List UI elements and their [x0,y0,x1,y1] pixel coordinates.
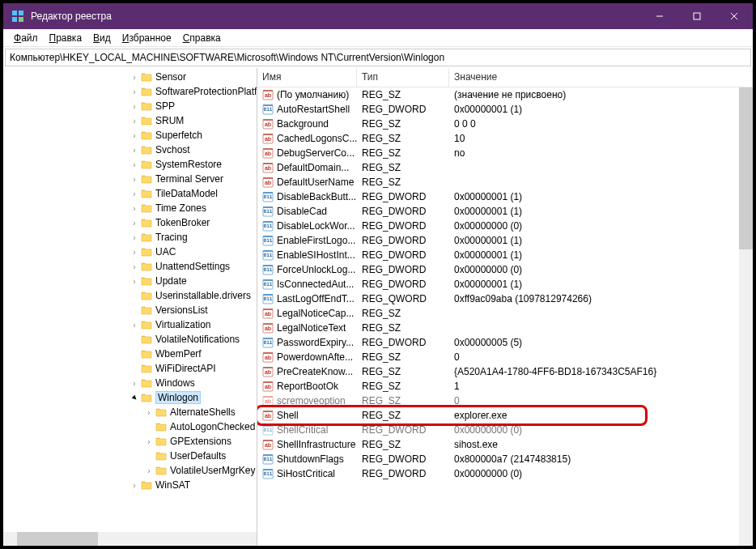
tree-item-volatileusermgrkey[interactable]: ›VolatileUserMgrKey [5,463,255,478]
registry-value-row[interactable]: abCachedLogonsC...REG_SZ10 [257,131,753,146]
expander-icon[interactable]: › [130,203,139,213]
reg-dword-icon: 011 [262,235,274,246]
tree-item-virtualization[interactable]: ›Virtualization [5,317,255,332]
tree-item-sensor[interactable]: ›Sensor [5,70,255,84]
tree-item-wifidirectapi[interactable]: WiFiDirectAPI [5,361,255,376]
tree-item-update[interactable]: ›Update [5,274,255,288]
column-header-name[interactable]: Имя [257,68,357,87]
maximize-button[interactable] [678,3,716,29]
registry-value-row[interactable]: ab(По умолчанию)REG_SZ(значение не присв… [257,87,753,102]
expander-icon[interactable]: › [130,378,139,388]
registry-value-row[interactable]: abDebugServerCo...REG_SZno [257,146,753,160]
scrollbar-thumb[interactable] [739,87,753,249]
registry-value-row[interactable]: 011LastLogOffEndT...REG_QWORD0xff9ac09ab… [257,292,753,306]
registry-value-row[interactable]: 011ForceUnlockLog...REG_DWORD0x00000000 … [257,262,753,277]
addressbar[interactable]: Компьютер\HKEY_LOCAL_MACHINE\SOFTWARE\Mi… [5,49,751,66]
tree-item-winlogon[interactable]: Winlogon [5,390,255,405]
registry-value-row[interactable]: 011EnableFirstLogo...REG_DWORD0x00000001… [257,233,753,248]
expander-icon[interactable]: › [130,145,139,155]
menu-edit[interactable]: Правка [44,31,88,45]
registry-value-row[interactable]: abLegalNoticeCap...REG_SZ [257,306,753,321]
registry-value-row[interactable]: abPreCreateKnow...REG_SZ{A520A1A4-1780-4… [257,364,753,379]
registry-value-row[interactable]: 011ShutdownFlagsREG_DWORD0x800000a7 (214… [257,452,753,466]
menu-favorites[interactable]: Избранное [117,31,177,45]
expander-icon[interactable]: › [130,262,139,271]
tree-item-svchost[interactable]: ›Svchost [5,143,255,157]
tree-item-tokenbroker[interactable]: ›TokenBroker [5,215,255,230]
registry-value-row[interactable]: 011DisableBackButt...REG_DWORD0x00000001… [257,189,753,204]
tree-scrollbar-horizontal[interactable] [3,532,257,546]
tree-item-superfetch[interactable]: ›Superfetch [5,128,255,143]
tree-item-spp[interactable]: ›SPP [5,99,255,113]
tree-item-time-zones[interactable]: ›Time Zones [5,201,255,215]
expander-icon[interactable]: › [130,130,139,140]
tree-item-label: Terminal Server [155,173,223,185]
menu-file[interactable]: Файл [8,31,44,45]
expander-icon[interactable]: › [130,174,139,184]
registry-value-row[interactable]: 011DisableCadREG_DWORD0x00000001 (1) [257,204,753,219]
minimize-button[interactable] [641,3,678,29]
registry-value-row[interactable]: 011EnableSIHostInt...REG_DWORD0x00000001… [257,248,753,262]
tree-item-tiledatamodel[interactable]: ›TileDataModel [5,186,255,201]
column-header-type[interactable]: Тип [357,68,449,87]
close-button[interactable] [716,3,753,29]
expander-icon[interactable]: › [130,87,139,96]
registry-value-row[interactable]: abDefaultDomain...REG_SZ [257,160,753,175]
tree-item-volatilenotifications[interactable]: VolatileNotifications [5,332,255,347]
scrollbar-thumb[interactable] [17,532,98,546]
registry-value-row[interactable]: abLegalNoticeTextREG_SZ [257,321,753,335]
list-scrollbar-vertical[interactable] [739,87,753,546]
expander-icon[interactable]: › [130,247,139,257]
registry-value-row[interactable]: abscremoveoptionREG_SZ0 [257,394,753,408]
tree-item-userinstallable-drivers[interactable]: Userinstallable.drivers [5,288,255,303]
expander-icon[interactable]: › [130,160,139,169]
registry-value-type: REG_SZ [357,133,449,144]
tree-item-winsat[interactable]: ›WinSAT [5,478,255,492]
registry-value-row[interactable]: 011DisableLockWor...REG_DWORD0x00000000 … [257,219,753,233]
tree-item-autologonchecked[interactable]: AutoLogonChecked [5,419,255,434]
expander-icon[interactable]: › [130,72,139,82]
expander-icon[interactable] [130,393,139,402]
column-header-value[interactable]: Значение [449,68,753,87]
tree-item-unattendsettings[interactable]: ›UnattendSettings [5,259,255,274]
expander-icon[interactable]: › [130,276,139,286]
tree-item-wbemperf[interactable]: WbemPerf [5,347,255,361]
registry-value-row[interactable]: abShellREG_SZexplorer.exe [257,408,753,423]
expander-icon[interactable]: › [130,218,139,228]
tree-item-uac[interactable]: ›UAC [5,245,255,259]
registry-value-row[interactable]: abReportBootOkREG_SZ1 [257,379,753,394]
registry-value-row[interactable]: 011PasswordExpiry...REG_DWORD0x00000005 … [257,335,753,350]
tree-panel[interactable]: ›Sensor›SoftwareProtectionPlatfo›SPP›SRU… [3,68,257,546]
registry-value-row[interactable]: abPowerdownAfte...REG_SZ0 [257,350,753,364]
expander-icon[interactable]: › [144,436,154,446]
titlebar[interactable]: Редактор реестра [3,3,753,29]
tree-item-userdefaults[interactable]: UserDefaults [5,449,255,463]
expander-icon[interactable]: › [130,480,139,490]
expander-icon[interactable]: › [130,189,139,198]
expander-icon[interactable]: › [130,101,139,111]
registry-value-row[interactable]: abDefaultUserNameREG_SZ [257,175,753,189]
menu-help[interactable]: Справка [177,31,227,45]
tree-item-gpextensions[interactable]: ›GPExtensions [5,434,255,449]
registry-value-row[interactable]: abBackgroundREG_SZ0 0 0 [257,117,753,131]
tree-item-systemrestore[interactable]: ›SystemRestore [5,157,255,172]
expander-icon[interactable]: › [144,407,154,417]
expander-icon[interactable]: › [130,232,139,242]
tree-item-alternateshells[interactable]: ›AlternateShells [5,405,255,419]
expander-icon[interactable]: › [144,466,154,475]
registry-value-row[interactable]: 011SiHostCriticalREG_DWORD0x00000000 (0) [257,466,753,481]
tree-item-srum[interactable]: ›SRUM [5,113,255,128]
registry-value-row[interactable]: 011IsConnectedAut...REG_DWORD0x00000001 … [257,277,753,292]
tree-item-windows[interactable]: ›Windows [5,376,255,390]
tree-item-versionslist[interactable]: VersionsList [5,303,255,317]
expander-icon[interactable]: › [130,320,139,330]
tree-item-terminal-server[interactable]: ›Terminal Server [5,172,255,186]
registry-value-row[interactable]: 011AutoRestartShellREG_DWORD0x00000001 (… [257,102,753,117]
menu-view[interactable]: Вид [87,31,117,45]
tree-item-tracing[interactable]: ›Tracing [5,230,255,245]
registry-value-row[interactable]: abShellInfrastructureREG_SZsihost.exe [257,437,753,452]
tree-item-softwareprotectionplatfo[interactable]: ›SoftwareProtectionPlatfo [5,84,255,99]
expander-icon[interactable]: › [130,116,139,126]
values-panel[interactable]: Имя Тип Значение ab(По умолчанию)REG_SZ(… [257,68,753,546]
registry-value-row[interactable]: 011ShellCriticalREG_DWORD0x00000000 (0) [257,423,753,437]
